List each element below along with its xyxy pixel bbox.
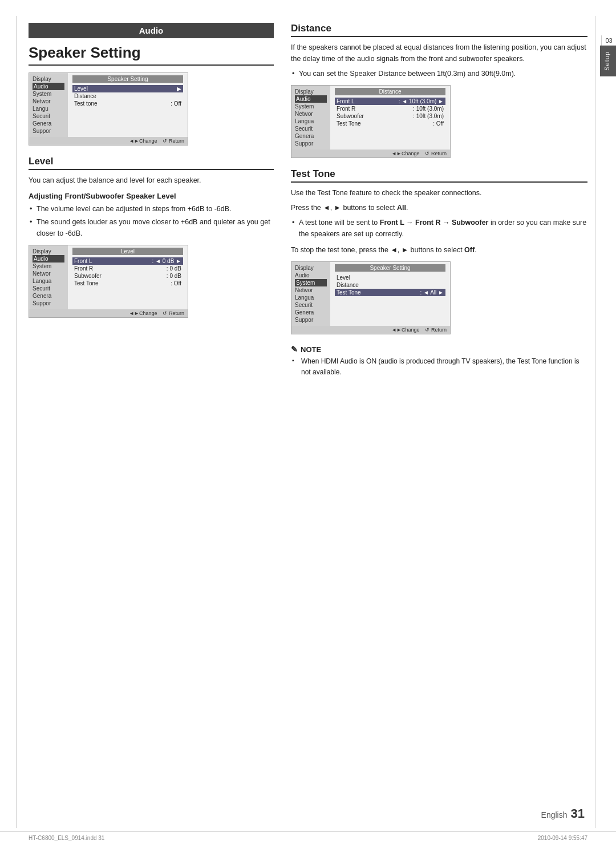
off-bold: Off bbox=[464, 246, 475, 254]
menu3-network: Networ bbox=[295, 110, 327, 118]
change-hint-4: ◄►Change bbox=[391, 327, 419, 333]
test-tone-bullets: A test tone will be sent to Front L → Fr… bbox=[291, 217, 587, 240]
ui-footer-3: ◄►Change ↺ Return bbox=[291, 150, 450, 158]
distance-row: Distance bbox=[72, 92, 183, 100]
menu-item-audio-selected: Audio bbox=[33, 83, 64, 90]
menu2-system: System bbox=[33, 263, 64, 270]
ui-box3-inner: Display Audio System Networ Langua Secur… bbox=[291, 86, 450, 150]
note-icon: ✎ bbox=[291, 345, 298, 354]
return-hint-3: ↺ Return bbox=[425, 151, 447, 156]
return-hint-4: ↺ Return bbox=[425, 327, 447, 333]
subwoofer-value: : 0 dB bbox=[167, 273, 181, 279]
menu2-audio: Audio bbox=[33, 255, 64, 263]
dist-testtone-label: Test Tone bbox=[337, 120, 361, 127]
chapter-number: 03 bbox=[601, 35, 616, 46]
left-column: Audio Speaker Setting Display Audio Syst… bbox=[29, 23, 274, 378]
page-number-prefix: English bbox=[541, 810, 568, 819]
frontr-row: Front R : 0 dB bbox=[72, 265, 183, 272]
page-footer: HT-C6800_ELS_0914.indd 31 2010-09-14 9:5… bbox=[0, 831, 616, 844]
distance-heading: Distance bbox=[291, 23, 587, 37]
menu2-network: Networ bbox=[33, 270, 64, 277]
menu2-support: Suppor bbox=[33, 300, 64, 307]
menu-item-network: Networ bbox=[33, 98, 64, 105]
menu3-security: Securit bbox=[295, 125, 327, 132]
note-box: ✎ NOTE When HDMI Audio is ON (audio is p… bbox=[291, 345, 587, 378]
main-content: Audio Speaker Setting Display Audio Syst… bbox=[0, 0, 616, 406]
test-tone-heading: Test Tone bbox=[291, 168, 587, 183]
footer-right: 2010-09-14 9:55:47 bbox=[538, 835, 587, 841]
tt-testtone-value: : ◄ All ► bbox=[420, 289, 444, 296]
note-title: ✎ NOTE bbox=[291, 345, 587, 354]
ui-footer-4: ◄►Change ↺ Return bbox=[291, 326, 450, 334]
testtone-label: Test tone bbox=[74, 100, 98, 107]
dist-testtone-value: : Off bbox=[433, 120, 444, 127]
page-border-right bbox=[595, 16, 595, 828]
level-subheading: Adjusting Front/Subwoofer Speaker Level bbox=[29, 192, 274, 200]
distance-ui-box: Display Audio System Networ Langua Secur… bbox=[291, 85, 451, 158]
ui-menu-col-1: Display Audio System Networ Langu Securi… bbox=[29, 73, 68, 137]
menu2-security: Securit bbox=[33, 285, 64, 292]
right-column: Distance If the speakers cannot be place… bbox=[291, 23, 587, 378]
level-body: You can adjust the balance and level for… bbox=[29, 175, 274, 186]
subwoofer-label: Subwoofer bbox=[74, 273, 102, 279]
subwoofer-row: Subwoofer : 0 dB bbox=[72, 272, 183, 280]
menu-item-support: Suppor bbox=[33, 127, 64, 135]
dist-testtone-row: Test Tone : Off bbox=[335, 120, 445, 127]
frontl-bold: Front L → Front R → Subwoofer bbox=[380, 219, 489, 227]
level-arrow: ▶ bbox=[177, 86, 181, 92]
menu-item-general: Genera bbox=[33, 120, 64, 127]
ui-footer-2: ◄►Change ↺ Return bbox=[29, 309, 188, 317]
menu-item-security: Securit bbox=[33, 112, 64, 120]
test-tone-press-line: Press the ◄, ► buttons to select All. bbox=[291, 202, 587, 213]
return-hint-2: ↺ Return bbox=[163, 310, 184, 316]
menu3-display: Display bbox=[295, 88, 327, 95]
page-number: 31 bbox=[571, 806, 585, 821]
panel-title-4: Speaker Setting bbox=[335, 264, 445, 272]
menu3-language: Langua bbox=[295, 118, 327, 125]
menu-item-language: Langu bbox=[33, 105, 64, 112]
menu3-audio: Audio bbox=[295, 95, 327, 103]
note-list: When HDMI Audio is ON (audio is produced… bbox=[291, 356, 587, 378]
ui-content-col-3: Distance Front L : ◄ 10ft (3.0m) ► Front… bbox=[330, 86, 450, 150]
level-label: Level bbox=[74, 86, 88, 92]
level-row: Level ▶ bbox=[72, 85, 183, 92]
note-item-1: When HDMI Audio is ON (audio is produced… bbox=[291, 356, 587, 378]
ui-box2-inner: Display Audio System Networ Langua Secur… bbox=[29, 245, 188, 309]
menu2-language: Langua bbox=[33, 277, 64, 285]
distance-bullets: You can set the Speaker Distance between… bbox=[291, 68, 587, 79]
ui-box1-inner: Display Audio System Networ Langu Securi… bbox=[29, 73, 188, 137]
dist-frontl-value: : ◄ 10ft (3.0m) ► bbox=[399, 98, 444, 104]
menu4-security: Securit bbox=[295, 301, 327, 309]
ui-footer-1: ◄►Change ↺ Return bbox=[29, 137, 188, 145]
ui-menu-col-4: Display Audio System Networ Langua Secur… bbox=[291, 262, 330, 326]
ui-content-col-1: Speaker Setting Level ▶ Distance Test to… bbox=[68, 73, 188, 137]
menu4-support: Suppor bbox=[295, 316, 327, 324]
testtone2-label: Test Tone bbox=[74, 280, 99, 286]
menu4-audio: Audio bbox=[295, 272, 327, 279]
dist-frontr-value: : 10ft (3.0m) bbox=[413, 106, 444, 112]
menu3-general: Genera bbox=[295, 132, 327, 140]
level-bullets: The volume level can be adjusted in step… bbox=[29, 203, 274, 239]
level-bullet-2: The sound gets louder as you move closer… bbox=[29, 216, 274, 239]
menu-item-display: Display bbox=[33, 75, 64, 83]
frontl-row: Front L : ◄ 0 dB ► bbox=[72, 257, 183, 265]
test-tone-body: Use the Test Tone feature to check the s… bbox=[291, 187, 587, 199]
tt-testtone-row: Test Tone : ◄ All ► bbox=[335, 289, 445, 296]
tt-level-label: Level bbox=[337, 274, 350, 281]
distance-label: Distance bbox=[74, 93, 96, 99]
ui-menu-col-2: Display Audio System Networ Langua Secur… bbox=[29, 245, 68, 309]
dist-subwoofer-row: Subwoofer : 10ft (3.0m) bbox=[335, 112, 445, 120]
menu4-network: Networ bbox=[295, 286, 327, 294]
tt-distance-row: Distance bbox=[335, 281, 445, 289]
dist-subwoofer-value: : 10ft (3.0m) bbox=[413, 113, 444, 119]
change-hint-3: ◄►Change bbox=[391, 151, 419, 156]
menu2-general: Genera bbox=[33, 292, 64, 300]
frontr-label: Front R bbox=[74, 265, 93, 272]
chapter-label: Setup bbox=[600, 46, 616, 76]
footer-left: HT-C6800_ELS_0914.indd 31 bbox=[29, 835, 104, 841]
ui-content-col-4: Speaker Setting Level Distance Test Tone… bbox=[330, 262, 450, 326]
dist-subwoofer-label: Subwoofer bbox=[337, 113, 364, 119]
speaker-setting-title: Speaker Setting bbox=[29, 44, 274, 66]
panel-title-2: Level bbox=[72, 248, 183, 255]
dist-frontr-label: Front R bbox=[337, 106, 355, 112]
